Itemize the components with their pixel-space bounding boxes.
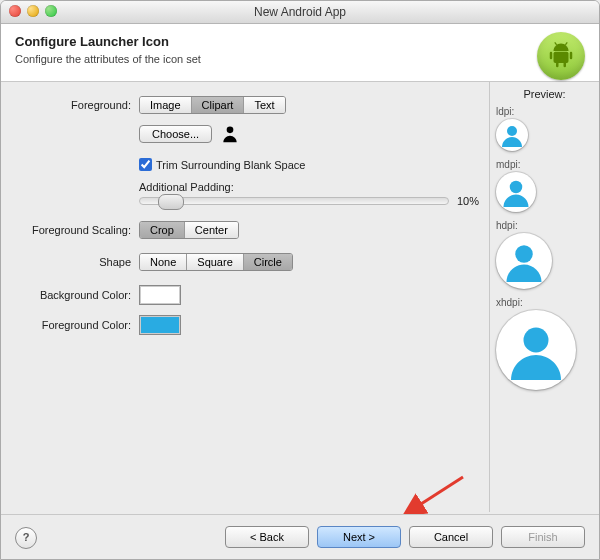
preview-icon-2	[496, 233, 552, 289]
shape-tab-circle[interactable]: Circle	[244, 254, 292, 270]
page-subtitle: Configure the attributes of the icon set	[15, 53, 585, 65]
fg-color-swatch[interactable]	[139, 315, 181, 335]
foreground-label: Foreground:	[11, 99, 139, 111]
preview-icon-1	[496, 172, 536, 212]
svg-rect-6	[564, 62, 567, 67]
trim-checkbox[interactable]: Trim Surrounding Blank Space	[139, 158, 305, 171]
back-button[interactable]: < Back	[225, 526, 309, 548]
svg-point-10	[507, 126, 517, 136]
shape-tabs: None Square Circle	[139, 253, 293, 271]
trim-label: Trim Surrounding Blank Space	[156, 159, 305, 171]
foreground-tabs: Image Clipart Text	[139, 96, 286, 114]
preview-label-3: xhdpi:	[496, 297, 593, 308]
foreground-tab-image[interactable]: Image	[140, 97, 192, 113]
form-area: Foreground: Image Clipart Text Choose...	[1, 82, 489, 512]
next-button[interactable]: Next >	[317, 526, 401, 548]
padding-value: 10%	[457, 195, 479, 207]
svg-point-11	[510, 181, 523, 194]
minimize-icon[interactable]	[27, 5, 39, 17]
wizard-header: Configure Launcher Icon Configure the at…	[1, 24, 599, 82]
scaling-tab-crop[interactable]: Crop	[140, 222, 185, 238]
scaling-tab-center[interactable]: Center	[185, 222, 238, 238]
padding-label: Additional Padding:	[139, 181, 234, 193]
padding-slider-thumb[interactable]	[158, 194, 184, 210]
android-logo-icon	[537, 32, 585, 80]
foreground-tab-clipart[interactable]: Clipart	[192, 97, 245, 113]
scaling-tabs: Crop Center	[139, 221, 239, 239]
shape-label: Shape	[11, 256, 139, 268]
preview-icon-0	[496, 119, 528, 151]
bg-color-swatch[interactable]	[139, 285, 181, 305]
page-title: Configure Launcher Icon	[15, 34, 585, 49]
zoom-icon[interactable]	[45, 5, 57, 17]
svg-point-13	[524, 328, 549, 353]
finish-button[interactable]: Finish	[501, 526, 585, 548]
shape-tab-none[interactable]: None	[140, 254, 187, 270]
fg-color-label: Foreground Color:	[11, 319, 139, 331]
shape-tab-square[interactable]: Square	[187, 254, 243, 270]
svg-point-12	[515, 245, 533, 263]
preview-title: Preview:	[496, 88, 593, 100]
close-icon[interactable]	[9, 5, 21, 17]
svg-rect-2	[554, 52, 569, 63]
svg-rect-4	[570, 52, 573, 60]
svg-line-7	[555, 42, 557, 45]
svg-line-8	[565, 42, 567, 45]
window-titlebar: New Android App	[1, 1, 599, 24]
preview-label-2: hdpi:	[496, 220, 593, 231]
choose-clipart-button[interactable]: Choose...	[139, 125, 212, 143]
help-icon[interactable]: ?	[15, 527, 37, 549]
trim-checkbox-input[interactable]	[139, 158, 152, 171]
selected-clipart-icon	[220, 124, 240, 144]
preview-icon-3	[496, 310, 576, 390]
preview-label-1: mdpi:	[496, 159, 593, 170]
cancel-button[interactable]: Cancel	[409, 526, 493, 548]
bg-color-label: Background Color:	[11, 289, 139, 301]
preview-label-0: ldpi:	[496, 106, 593, 117]
scaling-label: Foreground Scaling:	[11, 224, 139, 236]
padding-slider[interactable]	[139, 197, 449, 205]
svg-rect-5	[556, 62, 559, 67]
foreground-tab-text[interactable]: Text	[244, 97, 284, 113]
window-title: New Android App	[254, 5, 346, 19]
wizard-footer: ? < Back Next > Cancel Finish	[1, 514, 599, 559]
preview-panel: Preview: ldpi:mdpi:hdpi:xhdpi:	[489, 82, 599, 512]
svg-rect-3	[550, 52, 553, 60]
svg-point-9	[227, 127, 234, 134]
